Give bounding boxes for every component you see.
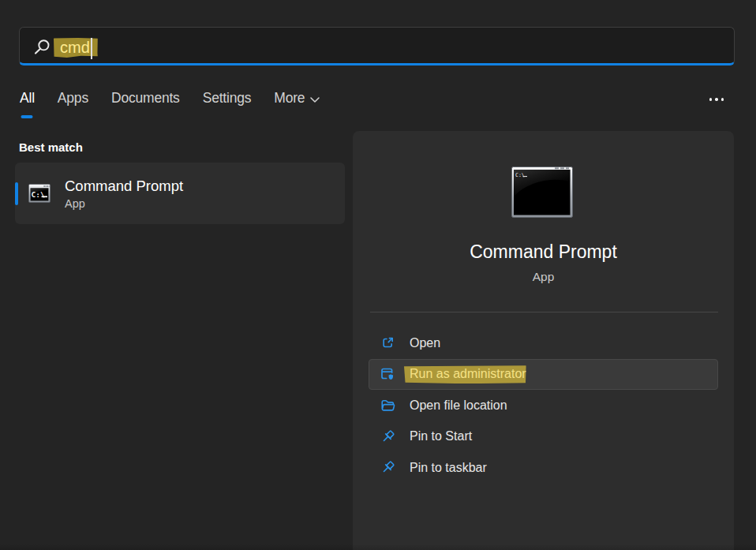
dot xyxy=(709,98,712,100)
result-text: Command Prompt App xyxy=(65,177,183,211)
result-subtitle: App xyxy=(65,196,183,211)
tab-documents[interactable]: Documents xyxy=(111,90,180,107)
context-actions: Open Run as administrator xyxy=(369,327,718,484)
dot xyxy=(721,98,724,100)
search-icon xyxy=(34,39,50,55)
marker-highlight xyxy=(404,365,526,384)
action-open-file-location[interactable]: Open file location xyxy=(369,390,718,421)
tab-more-label: More xyxy=(274,90,305,107)
tab-all-label: All xyxy=(20,90,35,107)
svg-text:C:\: C:\ xyxy=(515,172,525,178)
tab-documents-label: Documents xyxy=(111,90,180,107)
search-filter-tabs: All Apps Documents Settings More xyxy=(20,90,320,107)
action-label: Open xyxy=(410,336,440,350)
action-run-as-administrator[interactable]: Run as administrator xyxy=(369,359,718,391)
tab-all[interactable]: All xyxy=(20,90,35,107)
preview-panel: C:\ Command Prompt App Open xyxy=(353,131,734,550)
preview-subtitle: App xyxy=(353,270,734,284)
divider xyxy=(370,312,718,312)
pin-icon xyxy=(380,460,395,475)
command-prompt-icon: C:\ xyxy=(28,184,51,203)
action-open[interactable]: Open xyxy=(369,327,718,359)
run-as-administrator-icon xyxy=(380,367,395,382)
search-input[interactable]: cmd xyxy=(54,38,98,58)
action-label: Pin to Start xyxy=(410,429,472,443)
text-caret xyxy=(91,38,92,59)
preview-title: Command Prompt xyxy=(353,241,734,263)
more-options-button[interactable] xyxy=(705,92,728,107)
command-prompt-icon-large: C:\ xyxy=(511,166,573,218)
tab-apps-label: Apps xyxy=(58,90,88,107)
selection-accent-bar xyxy=(15,182,18,205)
search-bar[interactable]: cmd xyxy=(19,27,735,65)
section-label-best-match: Best match xyxy=(19,140,83,154)
best-match-result[interactable]: C:\ Command Prompt App xyxy=(15,163,345,224)
result-title: Command Prompt xyxy=(65,177,183,195)
pin-icon xyxy=(380,429,395,444)
annotation-highlight-run-as-admin: Run as administrator xyxy=(395,367,526,381)
windows-search-flyout: cmd All Apps Documents Settings More B xyxy=(0,0,756,550)
tab-settings[interactable]: Settings xyxy=(203,90,252,107)
chevron-down-icon xyxy=(310,97,320,103)
action-pin-to-start[interactable]: Pin to Start xyxy=(369,421,718,453)
tab-settings-label: Settings xyxy=(203,90,252,107)
action-label: Pin to taskbar xyxy=(410,461,487,475)
folder-icon xyxy=(380,398,395,413)
tab-more[interactable]: More xyxy=(274,90,320,107)
open-icon xyxy=(380,335,395,350)
action-pin-to-taskbar[interactable]: Pin to taskbar xyxy=(369,452,718,484)
action-label: Open file location xyxy=(410,398,507,413)
tab-apps[interactable]: Apps xyxy=(58,90,88,107)
dot xyxy=(715,98,717,100)
